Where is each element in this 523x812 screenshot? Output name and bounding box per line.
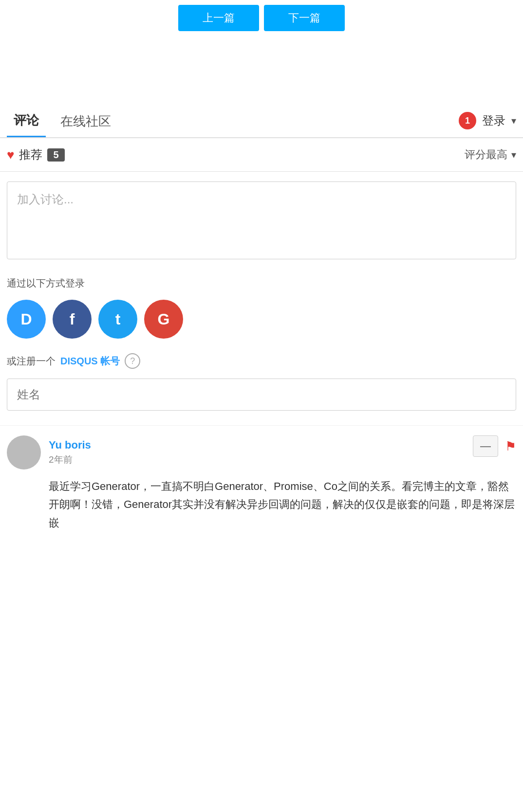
login-button[interactable]: 登录 xyxy=(482,113,505,128)
tab-community[interactable]: 在线社区 xyxy=(46,105,126,137)
sort-label: 评分最高 xyxy=(465,147,507,162)
help-icon[interactable]: ? xyxy=(125,353,140,369)
heart-icon: ♥ xyxy=(7,147,14,162)
register-text: 或注册一个 xyxy=(7,355,56,368)
disqus-login-button[interactable]: D xyxy=(7,300,46,339)
register-section: 或注册一个 DISQUS 帐号 ? xyxy=(0,348,523,379)
filter-left: ♥ 推荐 5 xyxy=(7,147,65,162)
name-input[interactable] xyxy=(17,388,506,401)
flag-button[interactable]: ⚑ xyxy=(505,439,516,454)
comment-header: 评论 在线社区 1 登录 ▾ xyxy=(0,104,523,138)
avatar xyxy=(7,435,41,469)
recommend-label: 推荐 xyxy=(19,147,42,162)
social-buttons: D f t G xyxy=(0,295,523,348)
twitter-login-button[interactable]: t xyxy=(98,300,137,339)
comment-text: 最近学习Generator，一直搞不明白Generator、Promise、Co… xyxy=(7,477,516,532)
prev-button[interactable]: 上一篇 xyxy=(178,5,259,31)
next-button[interactable]: 下一篇 xyxy=(264,5,345,31)
comment-time: 2年前 xyxy=(49,453,91,466)
comment-item: Yu boris 2年前 — ⚑ 最近学习Generator，一直搞不明白Gen… xyxy=(0,425,523,537)
recommend-count: 5 xyxy=(47,148,64,162)
tab-comment[interactable]: 评论 xyxy=(7,104,46,137)
filter-bar: ♥ 推荐 5 评分最高 ▾ xyxy=(0,138,523,172)
google-login-button[interactable]: G xyxy=(144,300,183,339)
sort-chevron-icon: ▾ xyxy=(511,149,516,161)
header-right: 1 登录 ▾ xyxy=(459,112,516,129)
disqus-register-link[interactable]: DISQUS 帐号 xyxy=(60,355,120,368)
comment-top: Yu boris 2年前 — ⚑ xyxy=(7,435,516,469)
comment-actions: — ⚑ xyxy=(473,435,516,457)
user-info: Yu boris 2年前 xyxy=(49,439,91,466)
top-navigation: 上一篇 下一篇 xyxy=(0,0,523,46)
login-prompt: 通过以下方式登录 xyxy=(0,269,523,295)
collapse-button[interactable]: — xyxy=(473,435,498,457)
facebook-login-button[interactable]: f xyxy=(53,300,92,339)
comment-placeholder: 加入讨论... xyxy=(17,193,74,206)
comment-input-area[interactable]: 加入讨论... xyxy=(7,181,516,259)
chevron-down-icon[interactable]: ▾ xyxy=(511,115,516,126)
notification-badge[interactable]: 1 xyxy=(459,112,476,129)
comment-user: Yu boris 2年前 xyxy=(7,435,91,469)
sort-dropdown[interactable]: 评分最高 ▾ xyxy=(465,147,516,162)
username-link[interactable]: Yu boris xyxy=(49,439,91,451)
name-input-wrapper xyxy=(7,379,516,411)
